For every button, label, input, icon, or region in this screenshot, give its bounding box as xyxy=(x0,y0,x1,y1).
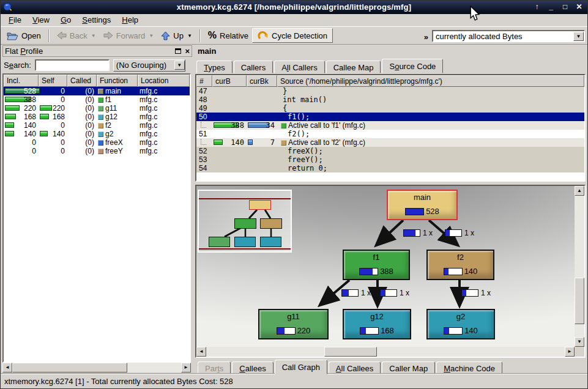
column-header-function[interactable]: Function xyxy=(97,75,138,87)
function-color-swatch xyxy=(98,114,103,120)
edge-label-f1-g11[interactable]: 1 x xyxy=(341,289,371,297)
table-row-f1[interactable]: 388 0 (0) f1 mfg.c xyxy=(4,95,190,104)
menu-settings[interactable]: Settings xyxy=(76,14,116,26)
open-folder-icon xyxy=(7,31,18,40)
source-line[interactable]: 54 return 0; xyxy=(196,164,584,172)
tab-all-callees[interactable]: All Callees xyxy=(329,361,381,374)
search-label: Search: xyxy=(4,61,31,70)
scrollbar-thumb[interactable] xyxy=(12,363,127,372)
tab-all-callers[interactable]: All Callers xyxy=(274,61,325,73)
tab-call-graph[interactable]: Call Graph xyxy=(275,360,327,374)
call-graph-view[interactable]: main 528 f1 388 f2 140 g11 220 g12 168 g… xyxy=(195,185,586,358)
scroll-down-icon[interactable]: ▼ xyxy=(575,337,584,347)
tab-machine-code[interactable]: Machine Code xyxy=(436,361,502,374)
source-line[interactable]: 47 } xyxy=(196,87,584,95)
tab-parts[interactable]: Parts xyxy=(198,361,231,374)
search-input[interactable] xyxy=(35,59,110,71)
open-button[interactable]: Open xyxy=(3,29,45,42)
percent-icon: % xyxy=(208,30,217,41)
cycle-detection-toggle-button[interactable]: Cycle Detection xyxy=(252,28,333,43)
graph-overview-minimap[interactable] xyxy=(198,190,292,253)
minimize-button[interactable]: _ xyxy=(546,2,556,12)
cost-bar xyxy=(277,327,296,335)
source-line[interactable]: 51 f2(); xyxy=(196,130,584,138)
event-type-select[interactable]: currently allocated Bytes ▼ xyxy=(432,30,585,42)
column-header-curB[interactable]: curB xyxy=(212,75,247,87)
tab-callees[interactable]: Callees xyxy=(232,361,273,374)
scrollbar-thumb[interactable] xyxy=(575,278,584,324)
graph-vscrollbar[interactable]: ▲ ▼ xyxy=(575,186,584,347)
column-header-curBk[interactable]: curBk xyxy=(247,75,277,87)
table-row-f2[interactable]: 140 0 (0) f2 mfg.c xyxy=(4,121,190,130)
source-line-selected[interactable]: 50 f1(); xyxy=(196,113,584,121)
keep-above-button[interactable]: ↑ xyxy=(532,2,542,12)
maximize-button[interactable]: □ xyxy=(560,2,570,12)
edge-label-main-f1[interactable]: 1 x xyxy=(403,229,433,237)
function-tabs: Types Callers All Callers Callee Map Sou… xyxy=(194,59,586,73)
table-row-freeX[interactable]: 0 0 (0) freeX mfg.c xyxy=(4,138,190,147)
menu-view[interactable]: View xyxy=(27,14,55,26)
edge-label-f2-g2[interactable]: 1 x xyxy=(461,289,491,297)
table-row-main[interactable]: 528 0 (0) main mfg.c xyxy=(4,87,190,95)
source-line[interactable]: 49 { xyxy=(196,104,584,113)
flat-profile-titlebar[interactable]: Flat Profile × xyxy=(2,45,192,57)
title-bar[interactable]: xtmemory.kcg.6274 [/home/philippe/valgri… xyxy=(1,1,587,14)
tab-callee-map[interactable]: Callee Map xyxy=(326,61,381,73)
source-line[interactable]: 52 freeX(); xyxy=(196,147,584,155)
graph-hscrollbar[interactable]: ◄ ► xyxy=(196,347,575,357)
tab-types[interactable]: Types xyxy=(196,61,233,73)
flat-profile-hscrollbar[interactable]: ◄ ► xyxy=(2,363,191,372)
scroll-left-icon[interactable]: ◄ xyxy=(196,347,206,357)
flat-profile-panel: Flat Profile × Search: (No Grouping) ▼ I… xyxy=(2,45,192,372)
source-call-line[interactable]: 388 34 Active call to 'f1' (mfg.c) xyxy=(196,121,584,130)
graph-node-f1[interactable]: f1 388 xyxy=(343,250,410,280)
menu-file[interactable]: File xyxy=(3,14,27,26)
tab-caller-map[interactable]: Caller Map xyxy=(382,361,435,374)
callee-tabs: Parts Callees Call Graph All Callees Cal… xyxy=(195,360,504,374)
graph-node-g12[interactable]: g12 168 xyxy=(343,309,411,339)
scroll-up-icon[interactable]: ▲ xyxy=(575,186,584,196)
scroll-right-icon[interactable]: ► xyxy=(181,363,191,372)
graph-node-g11[interactable]: g11 220 xyxy=(258,309,329,339)
table-row-g2[interactable]: 140 140 (0) g2 mfg.c xyxy=(4,130,190,138)
function-color-swatch xyxy=(281,140,286,146)
column-header-line[interactable]: # xyxy=(196,75,212,87)
toolbar: Open Back▼ Forward▼ Up▼ % Relative Cycle… xyxy=(1,27,587,45)
tab-callers[interactable]: Callers xyxy=(234,61,273,73)
source-line[interactable]: 53 freeY(); xyxy=(196,155,584,164)
edge-label-main-f2[interactable]: 1 x xyxy=(445,229,474,237)
menu-help[interactable]: Help xyxy=(116,14,144,26)
graph-node-f2[interactable]: f2 140 xyxy=(426,250,494,280)
close-panel-icon[interactable]: × xyxy=(185,48,190,54)
edge-label-f1-g12[interactable]: 1 x xyxy=(380,289,409,297)
graph-node-g2[interactable]: g2 140 xyxy=(426,309,495,339)
back-button[interactable]: Back▼ xyxy=(53,29,100,42)
float-panel-icon[interactable] xyxy=(175,48,181,54)
tab-source-code[interactable]: Source Code xyxy=(382,59,443,73)
toolbar-overflow-icon[interactable]: » xyxy=(424,32,428,42)
function-panel: main Types Callers All Callers Callee Ma… xyxy=(194,45,586,372)
menu-go[interactable]: Go xyxy=(55,14,76,26)
scroll-right-icon[interactable]: ► xyxy=(565,347,575,357)
up-button[interactable]: Up▼ xyxy=(157,29,196,42)
close-button[interactable]: ✕ xyxy=(574,2,584,12)
scroll-left-icon[interactable]: ◄ xyxy=(2,363,12,372)
status-bar: xtmemory.kcg.6274 [1] - Total currently … xyxy=(1,374,587,388)
column-header-location[interactable]: Location xyxy=(138,75,190,87)
column-header-self[interactable]: Self xyxy=(39,75,67,87)
forward-button[interactable]: Forward▼ xyxy=(100,29,158,42)
edge-cost-bar xyxy=(461,289,478,297)
source-call-line[interactable]: 140 7 Active call to 'f2' (mfg.c) xyxy=(196,138,584,147)
graph-node-main[interactable]: main 528 xyxy=(387,190,458,220)
source-line[interactable]: 48 int main() xyxy=(196,95,584,104)
relative-toggle-button[interactable]: % Relative xyxy=(204,28,252,43)
grouping-select[interactable]: (No Grouping) ▼ xyxy=(113,59,185,72)
function-color-swatch xyxy=(98,140,103,146)
table-row-g12[interactable]: 168 168 (0) g12 mfg.c xyxy=(4,113,190,121)
column-header-incl[interactable]: Incl. xyxy=(4,75,39,87)
column-header-source[interactable]: Source ('/home/philippe/valgrind/littlep… xyxy=(277,75,584,87)
table-row-g11[interactable]: 220 220 (0) g11 mfg.c xyxy=(4,104,190,113)
scrollbar-thumb[interactable] xyxy=(324,347,377,357)
table-row-freeY[interactable]: 0 0 (0) freeY mfg.c xyxy=(4,147,190,155)
column-header-called[interactable]: Called xyxy=(67,75,97,87)
